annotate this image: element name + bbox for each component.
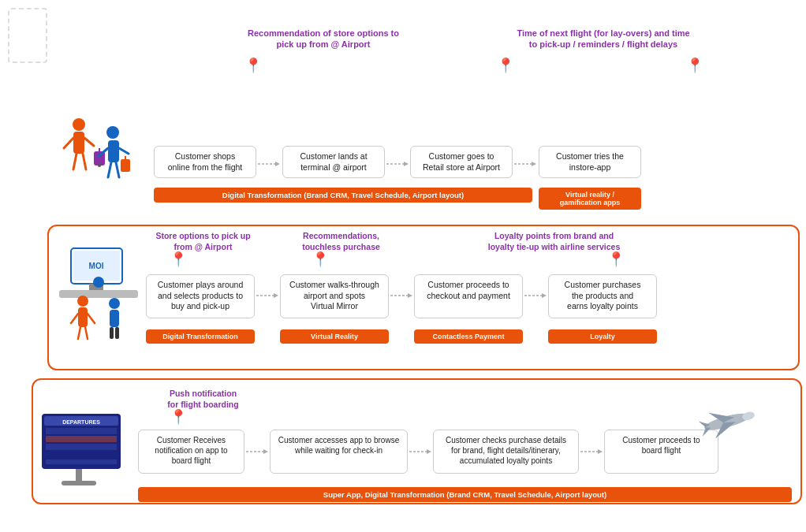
row2-box-2: Customer walks-through airport and spots… [280, 274, 389, 318]
svg-line-33 [78, 327, 80, 339]
row2-tag-1: Digital Transformation [146, 329, 255, 344]
svg-marker-22 [532, 162, 536, 166]
row3-box-1: Customer Receives notification on app to… [138, 430, 244, 474]
row2-tag-2: Virtual Reality [280, 329, 389, 344]
svg-point-29 [77, 296, 88, 307]
svg-marker-68 [700, 426, 712, 437]
row3-box-2: Customer accesses app to browse while wa… [270, 430, 408, 474]
row2-box-1: Customer plays around and selects produc… [146, 274, 255, 318]
deco-corner-box [8, 8, 47, 63]
svg-rect-54 [46, 436, 117, 442]
row3-box-3: Customer checks purchase details for bra… [433, 430, 579, 474]
svg-rect-10 [108, 140, 119, 162]
row2-tag-3: Contactless Payment [414, 329, 523, 344]
svg-marker-18 [275, 162, 280, 166]
row3-bottom-bar: Super App, Digital Transformation (Brand… [138, 487, 792, 502]
pin-r2-1: 📍 [170, 251, 187, 268]
arrow-r2-1-2 [256, 290, 278, 301]
row1-box-2: Customer lands at terminal @ airport [282, 146, 385, 178]
row1-box-3: Customer goes to Retail store at Airport [410, 146, 513, 178]
svg-marker-44 [542, 293, 547, 298]
svg-rect-51 [46, 444, 117, 450]
svg-point-0 [73, 118, 85, 131]
svg-rect-56 [62, 481, 96, 485]
row2-box-4: Customer purchases the products and earn… [548, 274, 657, 318]
arrow-r2-3-4 [524, 290, 547, 301]
svg-line-14 [116, 162, 119, 177]
svg-rect-38 [115, 327, 119, 339]
svg-text:DEPARTURES: DEPARTURES [62, 419, 100, 425]
pin-r1-3: 📍 [686, 57, 703, 74]
svg-marker-20 [404, 162, 409, 166]
row1-header-left: Recommendation of store options to pick … [209, 28, 438, 50]
row1-title-left: Recommendation of store options to pick … [209, 28, 438, 50]
arrow-r3-1-2 [246, 446, 268, 457]
svg-rect-30 [78, 307, 88, 327]
svg-point-35 [109, 298, 120, 309]
svg-rect-1 [73, 132, 84, 154]
svg-line-31 [71, 314, 78, 323]
svg-point-28 [93, 277, 104, 288]
row2-tag-4: Loyalty [548, 329, 657, 344]
arrow-r1-2-3 [386, 156, 409, 172]
row2-box-3: Customer proceeds to checkout and paymen… [414, 274, 523, 318]
svg-marker-62 [598, 449, 603, 454]
pin-r1-1: 📍 [244, 57, 262, 74]
row3-heading: Push notification for flight boarding [146, 389, 260, 410]
store-kiosk-figure: MOI [51, 244, 146, 363]
row2-heading-1: Store options to pick up from @ Airport [146, 231, 260, 252]
svg-line-5 [83, 154, 86, 169]
svg-marker-40 [274, 293, 278, 298]
svg-line-3 [84, 138, 94, 146]
pin-r2-2: 📍 [312, 251, 329, 268]
row2-heading-2: Recommendations, touchless purchase [284, 231, 398, 252]
row1-box-4: Customer tries the instore-app [539, 146, 641, 178]
pin-r1-2: 📍 [497, 57, 514, 74]
arrow-r3-2-3 [409, 446, 431, 457]
svg-line-4 [73, 154, 76, 169]
pin-r2-3: 📍 [607, 251, 625, 268]
svg-rect-37 [110, 327, 114, 339]
diagram-container: Recommendation of store options to pick … [0, 0, 806, 532]
svg-text:MOI: MOI [89, 262, 104, 270]
svg-rect-49 [46, 428, 117, 434]
arrow-r3-3-4 [580, 446, 603, 457]
svg-rect-36 [110, 310, 119, 327]
svg-rect-52 [46, 452, 117, 458]
traveler-figure [51, 110, 138, 197]
row2-heading-3: Loyalty points from brand and loyalty ti… [469, 231, 639, 252]
svg-rect-55 [76, 469, 82, 481]
row1-bar-short: Virtual reality / gamification apps [539, 188, 641, 210]
svg-line-13 [108, 162, 111, 177]
svg-rect-15 [121, 159, 130, 172]
svg-line-12 [119, 148, 129, 154]
svg-line-32 [88, 314, 95, 323]
arrow-r2-2-3 [390, 290, 412, 301]
row1-box-1: Customer shops online from the flight [154, 146, 256, 178]
svg-marker-58 [263, 449, 268, 454]
arrow-r1-1-2 [258, 156, 280, 172]
svg-point-8 [98, 164, 101, 167]
svg-point-9 [106, 126, 119, 139]
airplane-icon [696, 402, 759, 445]
row1-title-right: Time of next flight (for lay-overs) and … [469, 28, 737, 50]
svg-marker-42 [408, 293, 412, 298]
row1-header-right: Time of next flight (for lay-overs) and … [469, 28, 737, 50]
svg-line-2 [64, 138, 73, 148]
pin-r3-1: 📍 [170, 408, 187, 426]
arrow-r1-3-4 [514, 156, 536, 172]
svg-line-34 [85, 327, 88, 339]
svg-rect-53 [46, 459, 117, 464]
svg-marker-60 [427, 449, 431, 454]
row1-bar-long: Digital Transformation (Brand CRM, Trave… [154, 188, 532, 203]
svg-rect-27 [59, 290, 138, 298]
departure-board-figure: DEPARTURES [38, 410, 129, 497]
